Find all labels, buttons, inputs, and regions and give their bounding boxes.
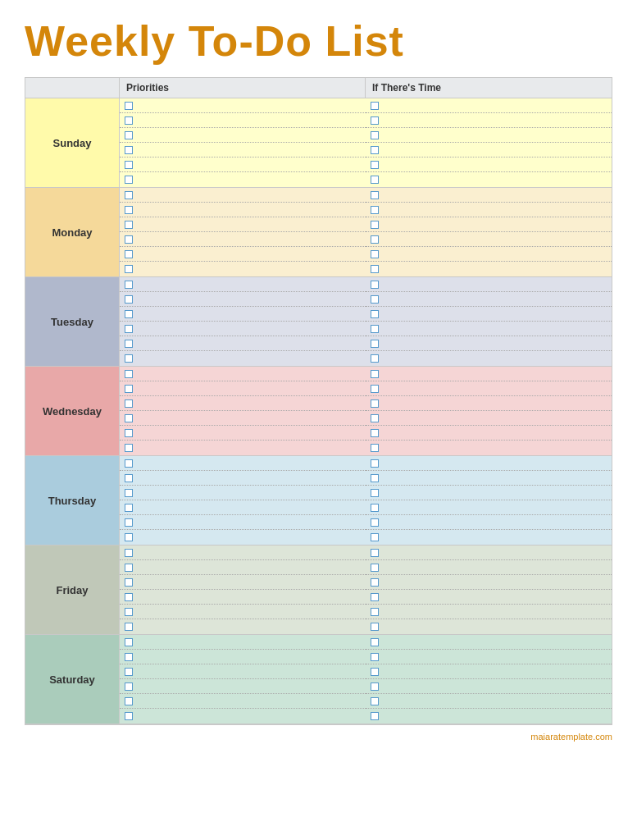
task-checkbox[interactable]: [371, 429, 379, 437]
task-row[interactable]: [120, 322, 366, 336]
task-checkbox[interactable]: [125, 549, 133, 557]
task-row[interactable]: [366, 367, 612, 381]
task-checkbox[interactable]: [125, 668, 133, 676]
task-checkbox[interactable]: [125, 593, 133, 601]
task-row[interactable]: [366, 575, 612, 590]
task-checkbox[interactable]: [371, 206, 379, 214]
task-checkbox[interactable]: [125, 310, 133, 318]
task-row[interactable]: [366, 530, 612, 545]
task-checkbox[interactable]: [125, 578, 133, 587]
task-checkbox[interactable]: [371, 533, 379, 541]
task-row[interactable]: [366, 679, 612, 694]
task-row[interactable]: [120, 590, 366, 605]
task-row[interactable]: [366, 471, 612, 486]
task-row[interactable]: [120, 426, 366, 441]
task-checkbox[interactable]: [371, 399, 379, 408]
task-row[interactable]: [366, 262, 612, 276]
task-row[interactable]: [366, 560, 612, 575]
task-checkbox[interactable]: [371, 489, 379, 497]
task-checkbox[interactable]: [371, 191, 379, 199]
task-checkbox[interactable]: [371, 593, 379, 601]
task-row[interactable]: [366, 441, 612, 455]
task-row[interactable]: [120, 546, 366, 560]
task-row[interactable]: [120, 172, 366, 187]
task-checkbox[interactable]: [371, 623, 379, 631]
task-checkbox[interactable]: [125, 533, 133, 541]
task-row[interactable]: [120, 471, 366, 486]
task-row[interactable]: [120, 694, 366, 709]
task-row[interactable]: [366, 456, 612, 471]
task-row[interactable]: [120, 411, 366, 426]
task-row[interactable]: [120, 113, 366, 128]
task-row[interactable]: [366, 650, 612, 664]
task-row[interactable]: [366, 203, 612, 217]
task-checkbox[interactable]: [125, 354, 133, 363]
task-checkbox[interactable]: [125, 608, 133, 616]
task-checkbox[interactable]: [125, 146, 133, 154]
task-row[interactable]: [120, 351, 366, 366]
task-row[interactable]: [120, 262, 366, 276]
task-row[interactable]: [366, 172, 612, 187]
task-checkbox[interactable]: [371, 281, 379, 289]
task-checkbox[interactable]: [125, 295, 133, 304]
task-row[interactable]: [366, 411, 612, 426]
task-row[interactable]: [366, 188, 612, 203]
task-row[interactable]: [366, 158, 612, 172]
task-checkbox[interactable]: [125, 281, 133, 289]
task-checkbox[interactable]: [371, 146, 379, 154]
task-row[interactable]: [366, 664, 612, 679]
task-checkbox[interactable]: [371, 354, 379, 363]
task-row[interactable]: [120, 232, 366, 247]
task-checkbox[interactable]: [125, 429, 133, 437]
task-row[interactable]: [120, 336, 366, 351]
task-row[interactable]: [366, 694, 612, 709]
task-row[interactable]: [366, 635, 612, 650]
task-checkbox[interactable]: [371, 310, 379, 318]
task-row[interactable]: [366, 500, 612, 515]
task-row[interactable]: [120, 530, 366, 545]
task-row[interactable]: [366, 232, 612, 247]
task-checkbox[interactable]: [371, 250, 379, 258]
task-checkbox[interactable]: [371, 370, 379, 378]
task-checkbox[interactable]: [371, 325, 379, 333]
task-row[interactable]: [120, 575, 366, 590]
task-row[interactable]: [120, 560, 366, 575]
task-checkbox[interactable]: [371, 161, 379, 169]
task-checkbox[interactable]: [371, 712, 379, 720]
task-checkbox[interactable]: [371, 668, 379, 676]
task-row[interactable]: [366, 277, 612, 292]
task-checkbox[interactable]: [371, 414, 379, 422]
task-checkbox[interactable]: [371, 564, 379, 572]
task-checkbox[interactable]: [371, 102, 379, 110]
task-row[interactable]: [366, 322, 612, 336]
task-row[interactable]: [120, 605, 366, 619]
task-row[interactable]: [120, 292, 366, 307]
task-row[interactable]: [120, 650, 366, 664]
task-checkbox[interactable]: [125, 191, 133, 199]
task-row[interactable]: [120, 396, 366, 411]
task-checkbox[interactable]: [371, 504, 379, 512]
task-row[interactable]: [120, 158, 366, 172]
task-checkbox[interactable]: [371, 221, 379, 229]
task-row[interactable]: [120, 247, 366, 262]
task-checkbox[interactable]: [371, 265, 379, 273]
task-checkbox[interactable]: [125, 564, 133, 572]
task-row[interactable]: [366, 128, 612, 143]
task-checkbox[interactable]: [125, 116, 133, 125]
task-checkbox[interactable]: [371, 518, 379, 527]
task-checkbox[interactable]: [125, 623, 133, 631]
task-row[interactable]: [120, 217, 366, 232]
task-checkbox[interactable]: [371, 578, 379, 587]
task-row[interactable]: [120, 98, 366, 113]
task-row[interactable]: [120, 635, 366, 650]
task-checkbox[interactable]: [371, 459, 379, 468]
task-row[interactable]: [366, 619, 612, 634]
task-checkbox[interactable]: [125, 474, 133, 482]
task-checkbox[interactable]: [371, 638, 379, 646]
task-row[interactable]: [366, 709, 612, 724]
task-row[interactable]: [120, 381, 366, 396]
task-checkbox[interactable]: [371, 340, 379, 348]
task-row[interactable]: [120, 500, 366, 515]
task-checkbox[interactable]: [125, 444, 133, 452]
task-row[interactable]: [366, 546, 612, 560]
